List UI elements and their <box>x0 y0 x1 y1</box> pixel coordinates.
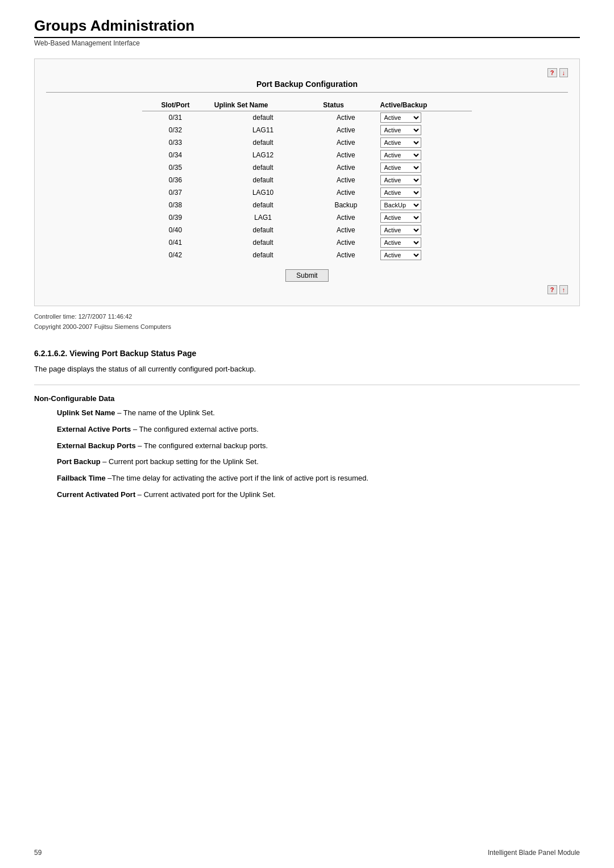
cell-uplink: default <box>209 249 317 261</box>
col-slot-port: Slot/Port <box>142 99 209 111</box>
ab-select[interactable]: ActiveBackUp <box>380 125 421 135</box>
ab-select[interactable]: ActiveBackUp <box>380 237 421 248</box>
cell-slot-port: 0/37 <box>142 186 209 199</box>
help-icon-top[interactable]: ? <box>547 68 557 77</box>
cell-slot-port: 0/41 <box>142 236 209 249</box>
ab-select[interactable]: ActiveBackUp <box>380 212 421 223</box>
ab-select[interactable]: ActiveBackUp <box>380 112 421 123</box>
cell-status: Backup <box>317 199 374 211</box>
doc-section: 6.2.1.6.2. Viewing Port Backup Status Pa… <box>34 349 580 501</box>
cell-status: Active <box>317 111 374 124</box>
cell-slot-port: 0/38 <box>142 199 209 211</box>
cell-ab: ActiveBackUp <box>375 199 472 211</box>
up-icon-bottom[interactable]: ↑ <box>559 285 569 294</box>
cell-uplink: LAG1 <box>209 211 317 224</box>
table-row: 0/38defaultBackupActiveBackUp <box>142 199 472 211</box>
page-footer: 59 Intelligent Blade Panel Module <box>34 849 580 857</box>
cell-slot-port: 0/33 <box>142 136 209 149</box>
ab-select[interactable]: ActiveBackUp <box>380 175 421 185</box>
cell-slot-port: 0/40 <box>142 224 209 236</box>
product-name: Intelligent Blade Panel Module <box>488 849 580 857</box>
page-subtitle: Web-Based Management Interface <box>34 39 580 47</box>
doc-intro: The page displays the status of all curr… <box>34 364 580 375</box>
cell-uplink: default <box>209 224 317 236</box>
cell-uplink: default <box>209 199 317 211</box>
cell-ab: ActiveBackUp <box>375 161 472 174</box>
page-number: 59 <box>34 849 42 857</box>
copyright: Copyright 2000-2007 Fujitsu Siemens Comp… <box>34 322 580 332</box>
web-ui-panel: ? ↓ Port Backup Configuration Slot/Port … <box>34 59 580 306</box>
cell-slot-port: 0/39 <box>142 211 209 224</box>
cell-ab: ActiveBackUp <box>375 174 472 186</box>
ab-select[interactable]: ActiveBackUp <box>380 162 421 173</box>
field-entry: Current Activated Port – Current activat… <box>34 489 580 501</box>
ab-select[interactable]: ActiveBackUp <box>380 250 421 260</box>
table-body: 0/31defaultActiveActiveBackUp0/32LAG11Ac… <box>142 111 472 262</box>
cell-ab: ActiveBackUp <box>375 124 472 136</box>
cell-uplink: default <box>209 174 317 186</box>
ab-select[interactable]: ActiveBackUp <box>380 137 421 148</box>
ab-select[interactable]: ActiveBackUp <box>380 200 421 210</box>
cell-slot-port: 0/35 <box>142 161 209 174</box>
top-icon-row: ? ↓ <box>46 68 568 77</box>
help-icon-bottom[interactable]: ? <box>547 285 557 294</box>
cell-status: Active <box>317 186 374 199</box>
col-ab: Active/Backup <box>375 99 472 111</box>
cell-slot-port: 0/32 <box>142 124 209 136</box>
table-row: 0/39LAG1ActiveActiveBackUp <box>142 211 472 224</box>
submit-button[interactable]: Submit <box>285 269 328 282</box>
table-row: 0/37LAG10ActiveActiveBackUp <box>142 186 472 199</box>
ab-select[interactable]: ActiveBackUp <box>380 150 421 160</box>
ab-select[interactable]: ActiveBackUp <box>380 225 421 235</box>
field-entry: Uplink Set Name – The name of the Uplink… <box>34 407 580 419</box>
field-entry: External Active Ports – The configured e… <box>34 424 580 436</box>
cell-slot-port: 0/34 <box>142 149 209 161</box>
cell-ab: ActiveBackUp <box>375 211 472 224</box>
cell-status: Active <box>317 211 374 224</box>
controller-footer: Controller time: 12/7/2007 11:46:42 Copy… <box>34 312 580 332</box>
submit-row: Submit <box>46 269 568 282</box>
cell-status: Active <box>317 174 374 186</box>
doc-section-heading: 6.2.1.6.2. Viewing Port Backup Status Pa… <box>34 349 580 358</box>
cell-uplink: default <box>209 136 317 149</box>
field-entry: Failback Time –The time delay for activa… <box>34 473 580 485</box>
bottom-icon-row: ? ↑ <box>46 285 568 294</box>
ab-select[interactable]: ActiveBackUp <box>380 187 421 198</box>
table-row: 0/32LAG11ActiveActiveBackUp <box>142 124 472 136</box>
cell-status: Active <box>317 149 374 161</box>
cell-uplink: LAG10 <box>209 186 317 199</box>
cell-ab: ActiveBackUp <box>375 249 472 261</box>
cell-uplink: default <box>209 111 317 124</box>
cell-uplink: LAG11 <box>209 124 317 136</box>
col-status: Status <box>317 99 374 111</box>
cell-ab: ActiveBackUp <box>375 186 472 199</box>
cell-status: Active <box>317 136 374 149</box>
cell-uplink: LAG12 <box>209 149 317 161</box>
page-title: Groups Administration <box>34 17 580 38</box>
cell-status: Active <box>317 236 374 249</box>
cell-ab: ActiveBackUp <box>375 224 472 236</box>
port-backup-table: Slot/Port Uplink Set Name Status Active/… <box>142 99 472 261</box>
table-row: 0/34LAG12ActiveActiveBackUp <box>142 149 472 161</box>
col-uplink: Uplink Set Name <box>209 99 317 111</box>
cell-status: Active <box>317 161 374 174</box>
table-row: 0/35defaultActiveActiveBackUp <box>142 161 472 174</box>
cell-ab: ActiveBackUp <box>375 111 472 124</box>
cell-ab: ActiveBackUp <box>375 236 472 249</box>
page-header: Groups Administration Web-Based Manageme… <box>34 17 580 47</box>
cell-slot-port: 0/31 <box>142 111 209 124</box>
table-header: Slot/Port Uplink Set Name Status Active/… <box>142 99 472 111</box>
cell-ab: ActiveBackUp <box>375 149 472 161</box>
table-row: 0/41defaultActiveActiveBackUp <box>142 236 472 249</box>
down-icon-top[interactable]: ↓ <box>559 68 569 77</box>
cell-slot-port: 0/36 <box>142 174 209 186</box>
table-row: 0/33defaultActiveActiveBackUp <box>142 136 472 149</box>
cell-status: Active <box>317 124 374 136</box>
controller-time: Controller time: 12/7/2007 11:46:42 <box>34 312 580 322</box>
table-row: 0/40defaultActiveActiveBackUp <box>142 224 472 236</box>
non-configurable-heading: Non-Configurable Data <box>34 394 580 403</box>
table-row: 0/36defaultActiveActiveBackUp <box>142 174 472 186</box>
cell-status: Active <box>317 224 374 236</box>
table-row: 0/42defaultActiveActiveBackUp <box>142 249 472 261</box>
field-entry: Port Backup – Current port backup settin… <box>34 456 580 468</box>
